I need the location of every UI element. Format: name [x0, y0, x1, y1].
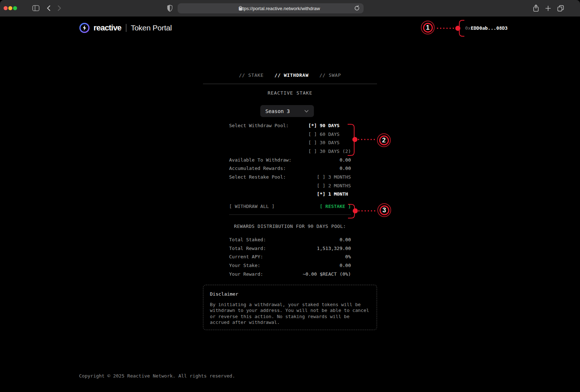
refresh-icon[interactable] — [354, 5, 360, 12]
sidebar-icon[interactable] — [32, 5, 40, 11]
close-window-button[interactable] — [4, 6, 8, 10]
back-icon[interactable] — [46, 5, 51, 12]
logo-suffix: Token Portal — [131, 24, 172, 32]
withdraw-pool-option-30-days-2[interactable]: [ ]30 DAYS (2) — [308, 147, 351, 156]
total-staked-value: 0.00 — [340, 235, 351, 244]
available-to-withdraw-label: Available To Withdraw: — [229, 156, 291, 164]
option-marker: [*] — [308, 123, 317, 128]
current-apy-value: 0% — [345, 253, 351, 261]
annotation-1-circle: 1 — [421, 21, 435, 34]
option-marker: [ ] — [317, 174, 325, 180]
privacy-shield-icon[interactable] — [167, 5, 173, 12]
withdraw-form: Select Withdraw Pool: [*]90 DAYS [ ]60 D… — [229, 121, 351, 199]
total-reward-value: 1,513,329.00 — [317, 244, 351, 253]
annotation-1-dotted-line — [436, 27, 456, 29]
your-reward-value: ~0.00 $REACT (0%) — [303, 270, 351, 279]
restake-button[interactable]: [ RESTAKE ] — [320, 202, 351, 211]
disclaimer-box: Disclaimer By initiating a withdrawal, y… — [203, 285, 377, 330]
accumulated-rewards-row: Accumulated Rewards: 0.00 — [229, 164, 351, 173]
withdraw-pool-options: [*]90 DAYS [ ]60 DAYS [ ]30 DAYS [ ]30 D… — [308, 121, 351, 156]
share-icon[interactable] — [533, 4, 539, 12]
tabs-divider — [203, 84, 377, 84]
tab-swap[interactable]: // SWAP — [319, 72, 341, 79]
annotation-2-circle: 2 — [377, 133, 391, 147]
minimize-window-button[interactable] — [8, 6, 12, 10]
annotation-3-dotted-line — [358, 210, 377, 212]
logo-word: reactive — [94, 23, 121, 33]
portal-tabs: // STAKE // WITHDRAW // SWAP — [0, 72, 580, 79]
accumulated-rewards-label: Accumulated Rewards: — [229, 164, 286, 173]
annotation-3-dot — [353, 208, 358, 213]
wallet-address-prefix: 0x — [465, 25, 471, 31]
reactive-logo-icon — [79, 22, 90, 33]
annotation-3-number: 3 — [380, 205, 389, 215]
withdraw-all-button[interactable]: [ WITHDRAW ALL ] — [229, 202, 274, 211]
rewards-heading: REWARDS DISTRIBUTION FOR 90 DAYS POOL: — [0, 223, 580, 230]
accumulated-rewards-value: 0.00 — [340, 164, 351, 173]
restake-pool-group: Select Restake Pool: [ ]3 MONTHS [ ]2 MO… — [229, 173, 351, 199]
restake-pool-option-3-months[interactable]: [ ]3 MONTHS — [317, 173, 351, 182]
option-marker: [*] — [317, 191, 325, 197]
section-divider — [229, 214, 351, 215]
annotation-2-dot — [352, 137, 357, 142]
tab-stake[interactable]: // STAKE — [239, 72, 264, 79]
total-reward-label: Total Reward: — [229, 244, 266, 253]
option-marker: [ ] — [308, 140, 317, 145]
wallet-address-value: EDD0ab...08D3 — [471, 25, 508, 31]
current-apy-label: Current APY: — [229, 253, 263, 261]
withdraw-pool-option-30-days[interactable]: [ ]30 DAYS — [308, 138, 351, 147]
reactive-logo[interactable]: reactive Token Portal — [79, 22, 172, 33]
token-portal-page: reactive Token Portal 0xEDD0ab...08D3 //… — [0, 17, 580, 392]
tab-overview-icon[interactable] — [557, 5, 564, 12]
your-stake-label: Your Stake: — [229, 261, 260, 270]
your-stake-row: Your Stake: 0.00 — [229, 261, 351, 270]
restake-pool-option-1-month[interactable]: [*]1 MONTH — [317, 190, 351, 199]
annotation-1-bracket — [458, 20, 465, 37]
tab-withdraw[interactable]: // WITHDRAW — [274, 72, 308, 79]
restake-pool-label: Select Restake Pool: — [229, 173, 286, 199]
annotation-2-dotted-line — [357, 138, 377, 141]
option-marker: [ ] — [317, 183, 325, 188]
option-label: 60 DAYS — [320, 132, 340, 137]
your-reward-label: Your Reward: — [229, 270, 263, 279]
new-tab-icon[interactable] — [545, 5, 551, 11]
your-stake-value: 0.00 — [340, 261, 351, 270]
total-reward-row: Total Reward: 1,513,329.00 — [229, 244, 351, 253]
annotation-2-number: 2 — [379, 135, 389, 145]
section-title: REACTIVE STAKE — [0, 89, 580, 97]
withdraw-pool-label: Select Withdraw Pool: — [229, 121, 289, 156]
available-to-withdraw-value: 0.00 — [340, 156, 351, 164]
season-select[interactable]: Season 3 — [260, 105, 314, 117]
copyright-text: Copyright © 2025 Reactive Network. All r… — [79, 373, 235, 379]
option-marker: [ ] — [308, 149, 317, 154]
annotation-3-circle: 3 — [377, 203, 391, 217]
url-text: https://portal.reactive.network/withdraw — [239, 6, 320, 11]
withdraw-pool-group: Select Withdraw Pool: [*]90 DAYS [ ]60 D… — [229, 121, 351, 156]
forward-icon[interactable] — [57, 5, 62, 12]
your-reward-row: Your Reward: ~0.00 $REACT (0%) — [229, 270, 351, 279]
wallet-address-button[interactable]: 0xEDD0ab...08D3 — [465, 25, 508, 31]
restake-pool-options: [ ]3 MONTHS [ ]2 MONTHS [*]1 MONTH — [317, 173, 351, 199]
option-label: 3 MONTHS — [328, 174, 351, 180]
disclaimer-title: Disclaimer — [210, 291, 370, 297]
withdraw-pool-option-60-days[interactable]: [ ]60 DAYS — [308, 130, 351, 139]
disclaimer-body: By initiating a withdrawal, your staked … — [210, 302, 370, 325]
zoom-window-button[interactable] — [13, 6, 17, 10]
option-label: 2 MONTHS — [328, 183, 351, 188]
action-buttons: [ WITHDRAW ALL ] [ RESTAKE ] — [229, 202, 351, 211]
restake-pool-option-2-months[interactable]: [ ]2 MONTHS — [317, 182, 351, 190]
lock-icon — [239, 6, 243, 11]
browser-toolbar: https://portal.reactive.network/withdraw — [0, 0, 580, 17]
season-select-value: Season 3 — [265, 108, 290, 114]
total-staked-row: Total Staked: 0.00 — [229, 235, 351, 244]
address-bar[interactable]: https://portal.reactive.network/withdraw — [178, 3, 364, 13]
chevron-down-icon — [304, 110, 309, 113]
current-apy-row: Current APY: 0% — [229, 253, 351, 261]
rewards-table: Total Staked: 0.00 Total Reward: 1,513,3… — [229, 235, 351, 278]
logo-separator — [126, 24, 127, 32]
option-label: 1 MONTH — [328, 191, 348, 197]
withdraw-pool-option-90-days[interactable]: [*]90 DAYS — [308, 121, 351, 130]
total-staked-label: Total Staked: — [229, 235, 266, 244]
annotation-1-number: 1 — [423, 23, 433, 33]
option-label: 90 DAYS — [320, 123, 340, 128]
